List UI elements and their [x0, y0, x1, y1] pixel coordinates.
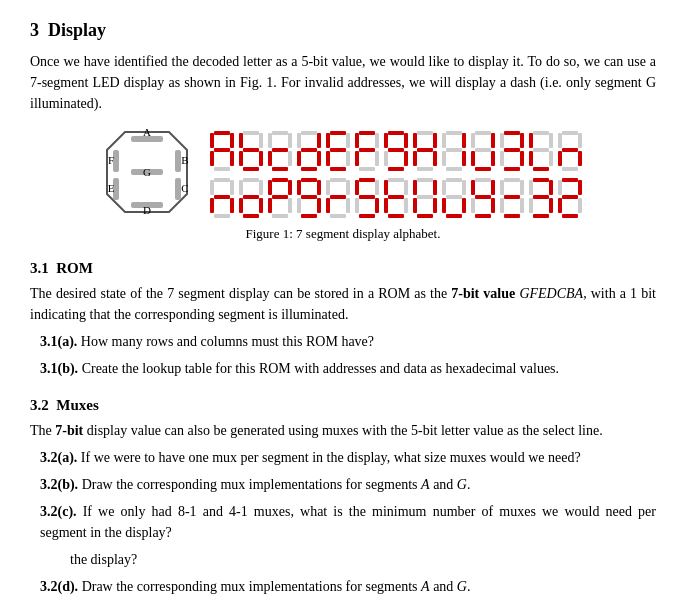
svg-rect-146 — [375, 198, 379, 213]
svg-rect-129 — [317, 180, 321, 195]
seg-char-o — [238, 177, 264, 219]
svg-rect-31 — [288, 133, 292, 148]
svg-rect-128 — [297, 180, 301, 195]
svg-rect-18 — [214, 148, 230, 152]
svg-rect-125 — [288, 198, 292, 213]
svg-rect-190 — [562, 178, 578, 182]
question-3-2c: 3.2(c). If we only had 8-1 and 4-1 muxes… — [40, 501, 656, 543]
svg-rect-81 — [475, 148, 491, 152]
svg-rect-194 — [558, 198, 562, 213]
svg-rect-178 — [520, 180, 524, 195]
svg-rect-167 — [462, 198, 466, 213]
svg-rect-180 — [500, 198, 504, 213]
svg-rect-15 — [214, 131, 230, 135]
svg-rect-66 — [433, 133, 437, 148]
svg-text:F: F — [108, 154, 114, 166]
seg-display-area — [209, 130, 583, 219]
svg-rect-23 — [239, 133, 243, 148]
svg-rect-83 — [491, 151, 495, 166]
svg-rect-187 — [529, 198, 533, 213]
svg-rect-148 — [388, 178, 404, 182]
seg-char-u — [441, 177, 467, 219]
figure-inner: A F B G E C D — [103, 128, 583, 220]
svg-rect-22 — [243, 131, 259, 135]
svg-rect-53 — [359, 148, 375, 152]
svg-rect-134 — [330, 178, 346, 182]
svg-rect-84 — [475, 167, 491, 171]
svg-rect-149 — [384, 180, 388, 195]
question-3-2d: 3.2(d). Draw the corresponding mux imple… — [40, 576, 656, 597]
svg-rect-159 — [413, 198, 417, 213]
svg-rect-165 — [446, 195, 462, 199]
svg-rect-126 — [272, 214, 288, 218]
svg-rect-28 — [243, 167, 259, 171]
svg-rect-162 — [446, 178, 462, 182]
svg-rect-119 — [243, 214, 259, 218]
svg-rect-5 — [175, 150, 181, 172]
seg-char-L — [528, 130, 554, 172]
svg-rect-86 — [500, 133, 504, 148]
svg-rect-26 — [239, 151, 243, 166]
svg-rect-158 — [417, 195, 433, 199]
svg-rect-182 — [504, 214, 520, 218]
svg-rect-60 — [388, 148, 404, 152]
seg-char-H — [412, 130, 438, 172]
svg-rect-93 — [529, 133, 533, 148]
svg-rect-98 — [533, 167, 549, 171]
svg-rect-183 — [533, 178, 549, 182]
seg-char-d — [296, 130, 322, 172]
svg-rect-24 — [259, 133, 263, 148]
section-intro: Once we have identified the decoded lett… — [30, 51, 656, 114]
svg-rect-112 — [214, 214, 230, 218]
svg-rect-138 — [326, 198, 330, 213]
svg-rect-157 — [433, 180, 437, 195]
svg-rect-142 — [355, 180, 359, 195]
svg-rect-42 — [301, 167, 317, 171]
question-3-2a: 3.2(a). If we were to have one mux per s… — [40, 447, 656, 468]
svg-rect-90 — [520, 151, 524, 166]
svg-rect-97 — [549, 151, 553, 166]
svg-rect-25 — [243, 148, 259, 152]
svg-rect-135 — [326, 180, 330, 195]
svg-rect-186 — [533, 195, 549, 199]
svg-rect-37 — [297, 133, 301, 148]
svg-text:B: B — [181, 154, 188, 166]
svg-rect-122 — [288, 180, 292, 195]
svg-rect-94 — [549, 133, 553, 148]
svg-rect-132 — [317, 198, 321, 213]
svg-rect-100 — [558, 133, 562, 148]
svg-rect-55 — [375, 151, 379, 166]
svg-rect-79 — [471, 133, 475, 148]
svg-rect-164 — [462, 180, 466, 195]
svg-rect-89 — [500, 151, 504, 166]
svg-rect-143 — [375, 180, 379, 195]
svg-rect-32 — [272, 148, 288, 152]
subsection-3-1-title: 3.1 ROM — [30, 260, 656, 277]
svg-rect-73 — [462, 133, 466, 148]
svg-rect-152 — [384, 198, 388, 213]
svg-rect-21 — [214, 167, 230, 171]
svg-rect-177 — [500, 180, 504, 195]
figure-area: A F B G E C D — [30, 128, 656, 242]
svg-rect-185 — [549, 180, 553, 195]
svg-rect-188 — [549, 198, 553, 213]
seg-char-2 — [557, 177, 583, 219]
svg-rect-57 — [388, 131, 404, 135]
subsection-3-1-intro: The desired state of the 7 segment displ… — [30, 283, 656, 325]
svg-rect-48 — [346, 151, 350, 166]
question-3-1b: 3.1(b). Create the lookup table for this… — [40, 358, 656, 379]
svg-rect-154 — [388, 214, 404, 218]
svg-rect-54 — [355, 151, 359, 166]
svg-rect-34 — [288, 151, 292, 166]
seg-char-J — [470, 130, 496, 172]
svg-rect-118 — [259, 198, 263, 213]
svg-rect-50 — [359, 131, 375, 135]
svg-rect-111 — [230, 198, 234, 213]
svg-rect-70 — [417, 167, 433, 171]
svg-rect-108 — [230, 180, 234, 195]
svg-rect-67 — [417, 148, 433, 152]
svg-rect-58 — [384, 133, 388, 148]
question-3-2c-cont: the display? — [70, 549, 656, 570]
svg-rect-101 — [578, 133, 582, 148]
seg-char-c — [267, 130, 293, 172]
